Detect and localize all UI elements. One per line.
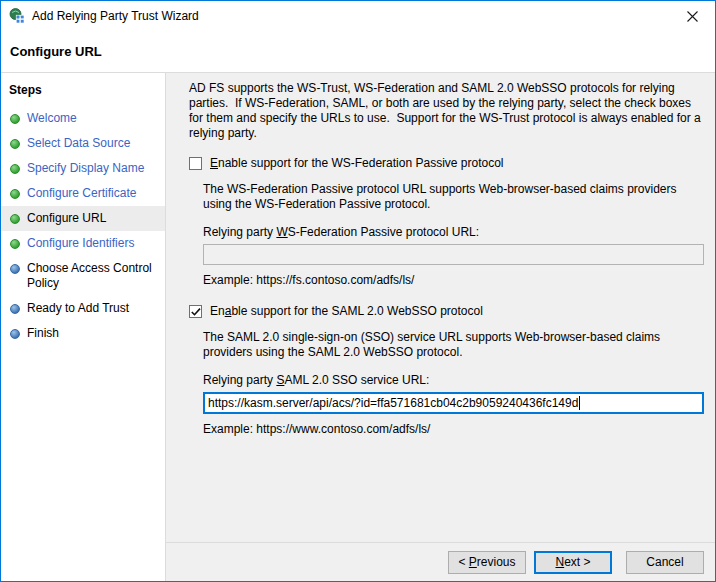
wsfed-url-label: Relying party WS-Federation Passive prot… [203,225,704,239]
previous-button[interactable]: < Previous [448,551,526,574]
step-label: Configure URL [27,211,106,225]
step-label: Ready to Add Trust [27,301,129,315]
wsfed-url-input [203,244,704,265]
wsfed-enable-row: Enable support for the WS-Federation Pas… [189,156,704,171]
page-title: Configure URL [10,44,102,59]
step-welcome: Welcome [1,106,165,131]
step-label: Finish [27,326,59,340]
step-select-data-source: Select Data Source [1,131,165,156]
intro-text: AD FS supports the WS-Trust, WS-Federati… [189,81,704,141]
text-cursor [579,396,580,410]
step-configure-certificate: Configure Certificate [1,181,165,206]
step-done-icon [10,164,20,174]
step-label: Configure Certificate [27,186,136,200]
step-ready-to-add-trust: Ready to Add Trust [1,296,165,321]
step-pending-icon [10,329,20,339]
step-done-icon [10,114,20,124]
saml-example-text: Example: https://www.contoso.com/adfs/ls… [203,422,704,436]
saml-enable-checkbox[interactable] [189,305,202,318]
wizard-window: Add Relying Party Trust Wizard Configure… [0,0,716,582]
next-button[interactable]: Next > [534,551,612,574]
step-configure-identifiers: Configure Identifiers [1,231,165,256]
saml-description: The SAML 2.0 single-sign-on (SSO) servic… [203,330,704,360]
step-specify-display-name: Specify Display Name [1,156,165,181]
step-label: Select Data Source [27,136,130,150]
step-label: Welcome [27,111,77,125]
wizard-page-header: Configure URL [1,31,715,73]
wsfed-example-text: Example: https://fs.contoso.com/adfs/ls/ [203,273,704,287]
step-pending-icon [10,304,20,314]
step-done-icon [10,139,20,149]
steps-heading: Steps [1,78,165,106]
saml-section: The SAML 2.0 single-sign-on (SSO) servic… [189,330,704,436]
wsfed-enable-label: Enable support for the WS-Federation Pas… [210,156,504,171]
main-content: AD FS supports the WS-Trust, WS-Federati… [166,73,715,542]
saml-enable-row: Enable support for the SAML 2.0 WebSSO p… [189,304,704,319]
saml-sso-url-value: https://kasm.server/api/acs/?id=ffa57168… [208,396,578,410]
close-button[interactable] [670,1,715,31]
step-label: Configure Identifiers [27,236,134,250]
title-bar: Add Relying Party Trust Wizard [1,1,715,31]
step-done-icon [10,214,20,224]
steps-sidebar: Steps Welcome Select Data Source Specify… [1,73,166,581]
cancel-button[interactable]: Cancel [626,551,704,574]
step-finish: Finish [1,321,165,346]
step-pending-icon [10,264,20,274]
wsfed-description: The WS-Federation Passive protocol URL s… [203,182,704,212]
step-configure-url: Configure URL [1,206,165,231]
step-label: Specify Display Name [27,161,144,175]
checkmark-icon [190,306,202,318]
step-label: Choose Access Control Policy [27,261,152,290]
saml-enable-label: Enable support for the SAML 2.0 WebSSO p… [210,304,483,319]
close-icon [686,10,699,23]
adfs-app-icon [9,8,25,24]
footer-bar: < Previous Next > Cancel [166,542,715,581]
window-title: Add Relying Party Trust Wizard [32,9,199,23]
wsfed-section: The WS-Federation Passive protocol URL s… [189,182,704,287]
saml-sso-url-input[interactable]: https://kasm.server/api/acs/?id=ffa57168… [203,392,704,414]
saml-url-label: Relying party SAML 2.0 SSO service URL: [203,373,704,387]
wsfed-enable-checkbox[interactable] [189,157,202,170]
step-done-icon [10,239,20,249]
step-choose-access-control-policy: Choose Access Control Policy [1,256,165,296]
step-done-icon [10,189,20,199]
